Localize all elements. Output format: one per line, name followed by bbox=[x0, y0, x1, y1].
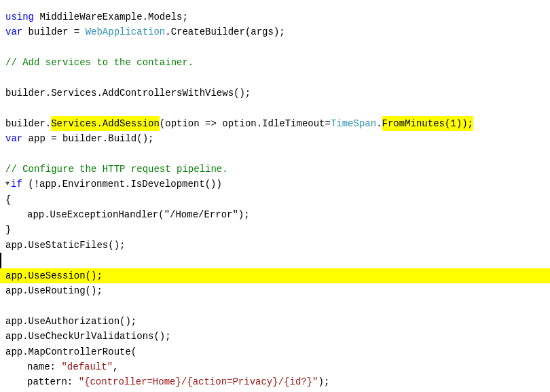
code-text: (option => option.IdleTimeout= bbox=[160, 116, 331, 131]
type-webapplication: WebApplication bbox=[86, 24, 166, 39]
code-text: app.UseAuthorization(); bbox=[5, 314, 136, 329]
code-line-21: app.UseAuthorization(); bbox=[0, 314, 550, 329]
code-line-22: app.UseCheckUrlValidations(); bbox=[0, 329, 550, 344]
collapse-icon[interactable]: ▼ bbox=[5, 179, 10, 190]
code-line-8: builder.Services.AddSession(option => op… bbox=[0, 116, 550, 131]
keyword-var2: var bbox=[5, 131, 22, 146]
keyword-if: if bbox=[11, 177, 22, 192]
code-line-blank-3 bbox=[0, 101, 550, 115]
code-text: app.UseCheckUrlValidations(); bbox=[5, 329, 171, 344]
brace-close: } bbox=[5, 222, 11, 237]
code-text: pattern: bbox=[27, 374, 79, 389]
code-text: builder.Services.AddControllersWithViews… bbox=[5, 86, 251, 101]
string-default: "default" bbox=[61, 359, 113, 374]
code-text: . bbox=[376, 116, 382, 131]
keyword-using: using bbox=[5, 10, 34, 24]
code-text: ); bbox=[318, 374, 329, 389]
code-text: , bbox=[113, 359, 118, 374]
code-line-14: app.UseExceptionHandler("/Home/Error"); bbox=[0, 207, 550, 222]
code-text: app.MapControllerRoute( bbox=[5, 344, 136, 359]
code-highlight-fromminutes: FromMinutes(1)); bbox=[382, 116, 473, 131]
code-line-18: app.UseSession(); bbox=[0, 268, 550, 283]
code-line-blank-4 bbox=[0, 147, 550, 162]
code-line-23: app.MapControllerRoute( bbox=[0, 344, 550, 359]
keyword-var: var bbox=[5, 24, 22, 39]
code-text: .CreateBuilder(args); bbox=[165, 24, 285, 39]
code-text: builder = bbox=[22, 24, 85, 39]
code-text: app = builder.Build(); bbox=[22, 131, 153, 146]
brace-open: { bbox=[5, 192, 11, 207]
code-line-blank-1 bbox=[0, 40, 550, 55]
code-line-9: var app = builder.Build(); bbox=[0, 131, 550, 146]
code-line-19: app.UseRouting(); bbox=[0, 283, 550, 298]
code-text: app.UseStaticFiles(); bbox=[5, 238, 125, 253]
code-line-15: } bbox=[0, 222, 550, 237]
comment-text: // Add services to the container. bbox=[5, 55, 194, 70]
code-line-2: var builder = WebApplication.CreateBuild… bbox=[0, 24, 550, 39]
code-line-comment-2: // Configure the HTTP request pipeline. bbox=[0, 162, 550, 177]
code-text-usesession: app.UseSession(); bbox=[5, 268, 103, 283]
type-timespan: TimeSpan bbox=[331, 116, 376, 131]
code-line-1: using MiddileWareExample.Models; bbox=[0, 10, 550, 24]
code-highlight-services: Services.AddSession bbox=[51, 116, 160, 131]
code-text: MiddileWareExample.Models; bbox=[34, 10, 188, 24]
code-line-cursor bbox=[0, 253, 550, 268]
code-line-16: app.UseStaticFiles(); bbox=[0, 238, 550, 253]
code-line-24: name: "default", bbox=[0, 359, 550, 374]
code-line-13: { bbox=[0, 192, 550, 207]
code-line-blank-2 bbox=[0, 71, 550, 86]
code-line-comment-1: // Add services to the container. bbox=[0, 55, 550, 70]
comment-text-2: // Configure the HTTP request pipeline. bbox=[5, 162, 228, 177]
code-text: name: bbox=[27, 359, 61, 374]
code-text: (!app.Environment.IsDevelopment()) bbox=[22, 177, 222, 192]
string-pattern: "{controller=Home}/{action=Privacy}/{id?… bbox=[79, 374, 318, 389]
code-line-blank-5 bbox=[0, 298, 550, 313]
code-line-6: builder.Services.AddControllersWithViews… bbox=[0, 86, 550, 101]
code-line-25: pattern: "{controller=Home}/{action=Priv… bbox=[0, 374, 550, 389]
code-line-12: ▼if (!app.Environment.IsDevelopment()) bbox=[0, 177, 550, 192]
code-text: builder. bbox=[5, 116, 51, 131]
code-text: app.UseRouting(); bbox=[5, 283, 103, 298]
code-editor: using MiddileWareExample.Models; var bui… bbox=[0, 7, 550, 392]
code-text: app.UseExceptionHandler("/Home/Error"); bbox=[27, 207, 250, 222]
